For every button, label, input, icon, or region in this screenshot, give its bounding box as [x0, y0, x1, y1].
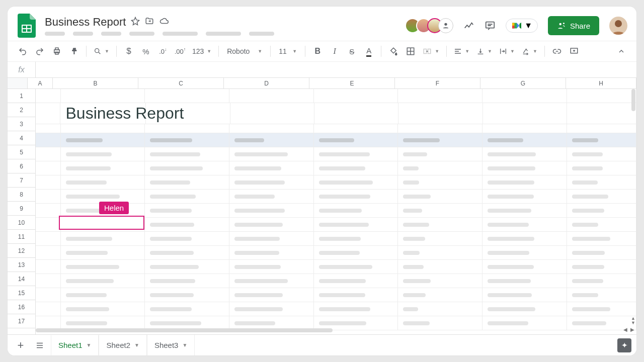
column-header-H[interactable]: H [566, 78, 636, 88]
cell-E11[interactable] [314, 232, 398, 245]
text-wrap-button[interactable]: ▼ [496, 44, 518, 59]
decrease-decimal-button[interactable]: .0↓ [155, 44, 171, 59]
cell-G4[interactable] [482, 133, 567, 147]
cell-C7[interactable] [145, 175, 229, 189]
vertical-align-button[interactable]: ▼ [473, 44, 495, 59]
cell-E2[interactable] [314, 103, 398, 124]
cell-F14[interactable] [398, 274, 482, 288]
add-sheet-button[interactable]: + [13, 337, 29, 353]
row-header-2[interactable]: 2 [8, 103, 35, 117]
cloud-status-icon[interactable] [159, 17, 169, 28]
cell-E3[interactable] [314, 124, 398, 133]
borders-button[interactable] [403, 44, 419, 59]
cell-E7[interactable] [314, 175, 398, 189]
cell-A7[interactable] [36, 175, 61, 189]
cell-D2[interactable] [230, 103, 314, 124]
cell-F17[interactable] [398, 316, 482, 330]
cell-F15[interactable] [398, 288, 482, 302]
cell-G14[interactable] [482, 274, 567, 288]
cell-D8[interactable] [229, 190, 314, 203]
cell-C8[interactable] [145, 190, 229, 203]
comments-icon[interactable] [485, 20, 496, 31]
italic-button[interactable]: I [327, 44, 343, 59]
cell-D10[interactable] [229, 218, 314, 231]
cell-B11[interactable] [61, 232, 145, 245]
cell-C9[interactable] [145, 204, 229, 217]
vertical-scrollbar[interactable] [630, 78, 635, 315]
cell-E1[interactable] [314, 89, 398, 103]
cell-G2[interactable] [483, 103, 567, 124]
cell-F9[interactable] [398, 204, 482, 217]
cell-D5[interactable] [229, 147, 314, 161]
cell-A16[interactable] [36, 302, 61, 316]
cell-H12[interactable] [567, 246, 636, 259]
column-header-F[interactable]: F [395, 78, 480, 88]
cell-D3[interactable] [229, 124, 314, 133]
horizontal-scrollbar[interactable] [36, 328, 627, 333]
cell-B3[interactable] [61, 124, 145, 133]
row-header-5[interactable]: 5 [8, 145, 35, 159]
column-header-G[interactable]: G [480, 78, 566, 88]
row-header-11[interactable]: 11 [8, 230, 35, 244]
cell-B4[interactable] [61, 133, 145, 147]
cell-D7[interactable] [229, 175, 314, 189]
paint-format-button[interactable] [66, 44, 82, 59]
strikethrough-button[interactable]: S [344, 44, 360, 59]
activity-icon[interactable] [463, 20, 474, 31]
cell-C13[interactable] [145, 260, 229, 274]
cell-E12[interactable] [314, 246, 398, 259]
cell-C14[interactable] [145, 274, 229, 288]
cell-D16[interactable] [229, 302, 314, 316]
cell-G15[interactable] [482, 288, 567, 302]
cell-B16[interactable] [61, 302, 145, 316]
cell-H6[interactable] [567, 161, 636, 175]
formula-bar[interactable]: fx [8, 62, 636, 78]
row-header-13[interactable]: 13 [8, 258, 35, 272]
percent-button[interactable]: % [138, 44, 154, 59]
cell-A8[interactable] [36, 190, 61, 203]
currency-button[interactable]: $ [121, 44, 137, 59]
cell-B9[interactable] [61, 204, 145, 217]
cell-A13[interactable] [36, 260, 61, 274]
cell-G6[interactable] [482, 161, 567, 175]
cell-G13[interactable] [482, 260, 567, 274]
cell-E9[interactable] [314, 204, 398, 217]
cell-C11[interactable] [145, 232, 229, 245]
cell-D6[interactable] [229, 161, 314, 175]
undo-button[interactable] [15, 44, 31, 59]
cell-C2[interactable] [146, 103, 230, 124]
cell-B13[interactable] [61, 260, 145, 274]
cell-C5[interactable] [145, 147, 229, 161]
cell-G17[interactable] [482, 316, 567, 330]
row-header-12[interactable]: 12 [8, 244, 35, 258]
cell-G12[interactable] [482, 246, 567, 259]
cell-H13[interactable] [567, 260, 636, 274]
column-header-D[interactable]: D [224, 78, 309, 88]
share-button[interactable]: Share [548, 16, 599, 35]
print-button[interactable] [49, 44, 65, 59]
cell-C10[interactable] [145, 218, 229, 231]
merge-cells-button[interactable]: ▼ [420, 44, 442, 59]
cell-C4[interactable] [145, 133, 229, 147]
cell-A6[interactable] [36, 161, 61, 175]
row-header-8[interactable]: 8 [8, 188, 35, 202]
cell-E5[interactable] [314, 147, 398, 161]
cell-H8[interactable] [567, 190, 636, 203]
cell-H3[interactable] [567, 124, 636, 133]
cell-A17[interactable] [36, 316, 61, 330]
row-header-15[interactable]: 15 [8, 286, 35, 300]
cell-G11[interactable] [482, 232, 567, 245]
cell-A2[interactable] [36, 103, 60, 124]
cell-G3[interactable] [482, 124, 567, 133]
cell-D1[interactable] [229, 89, 314, 103]
cell-B15[interactable] [61, 288, 145, 302]
cell-A11[interactable] [36, 232, 61, 245]
column-header-B[interactable]: B [53, 78, 138, 88]
text-color-button[interactable]: A [361, 44, 377, 59]
cell-C17[interactable] [145, 316, 229, 330]
cell-D14[interactable] [229, 274, 314, 288]
insert-link-button[interactable] [549, 44, 565, 59]
cell-B12[interactable] [61, 246, 145, 259]
select-all-corner[interactable] [8, 78, 28, 88]
column-headers[interactable]: ABCDEFGH [8, 78, 636, 89]
